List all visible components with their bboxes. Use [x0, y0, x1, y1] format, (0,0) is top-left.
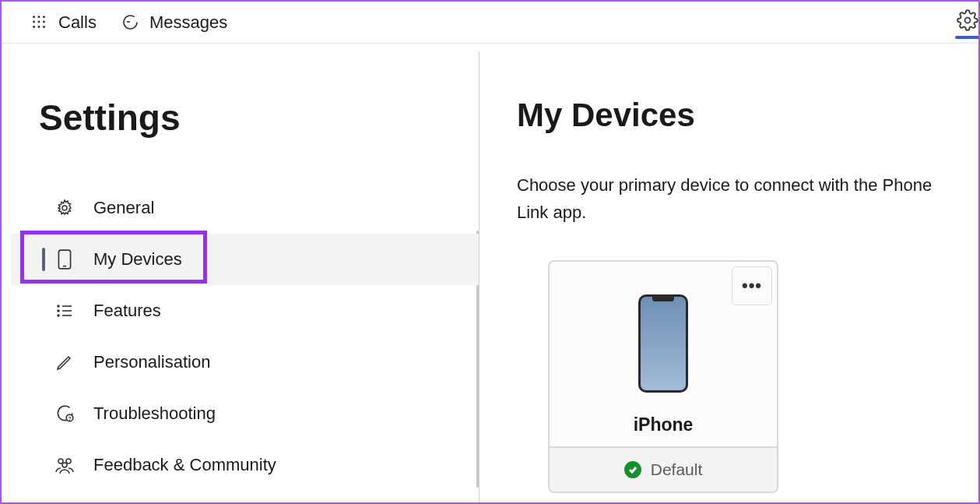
help-icon: ?	[54, 404, 75, 424]
settings-nav-list: General My Devices Features Personalisat…	[11, 182, 479, 491]
svg-text:?: ?	[68, 416, 72, 421]
device-phone-icon	[638, 294, 688, 393]
svg-point-22	[66, 459, 71, 463]
svg-point-23	[62, 463, 67, 467]
svg-point-0	[33, 16, 35, 18]
svg-point-8	[43, 26, 45, 28]
chat-icon	[120, 12, 140, 33]
list-icon	[54, 301, 75, 321]
main-panel: My Devices Choose your primary device to…	[479, 51, 978, 502]
sidebar-item-troubleshooting[interactable]: ? Troubleshooting	[11, 388, 479, 439]
sidebar-item-feedback[interactable]: Feedback & Community	[11, 439, 479, 491]
settings-title: Settings	[39, 97, 479, 139]
device-status-label: Default	[651, 460, 703, 479]
sidebar-item-features[interactable]: Features	[11, 285, 479, 337]
nav-messages-label: Messages	[149, 12, 227, 33]
top-nav: Calls Messages	[2, 2, 978, 44]
svg-point-3	[33, 20, 35, 23]
device-card-body: ••• iPhone	[550, 262, 777, 446]
pen-icon	[54, 352, 75, 372]
sidebar-item-personalisation[interactable]: Personalisation	[11, 337, 479, 388]
dialpad-icon	[29, 12, 49, 33]
svg-point-9	[965, 18, 971, 23]
gear-icon	[54, 198, 75, 218]
svg-point-4	[38, 20, 40, 23]
content-area: Settings General My Devices Features	[2, 44, 978, 502]
sidebar-label: Personalisation	[93, 352, 210, 372]
device-more-button[interactable]: •••	[732, 266, 772, 305]
settings-gear-icon[interactable]	[957, 9, 978, 31]
sidebar-label: Features	[93, 301, 161, 321]
sidebar-item-my-devices[interactable]: My Devices	[11, 234, 479, 285]
settings-sidebar: Settings General My Devices Features	[11, 51, 479, 502]
sidebar-label: Feedback & Community	[93, 455, 276, 475]
svg-point-6	[33, 26, 35, 28]
device-status-row: Default	[550, 446, 777, 492]
svg-point-15	[58, 315, 59, 316]
svg-point-2	[43, 16, 45, 18]
svg-point-1	[38, 16, 40, 18]
nav-calls-label: Calls	[58, 12, 97, 33]
nav-messages[interactable]: Messages	[120, 12, 227, 33]
sidebar-item-general[interactable]: General	[11, 182, 479, 234]
sidebar-label: Troubleshooting	[93, 404, 216, 424]
panel-description: Choose your primary device to connect wi…	[517, 171, 953, 226]
phone-icon	[54, 249, 75, 270]
more-icon: •••	[742, 276, 762, 296]
panel-title: My Devices	[517, 97, 955, 134]
check-icon	[624, 461, 641, 478]
svg-point-14	[58, 310, 59, 312]
device-name: iPhone	[634, 414, 694, 435]
settings-active-indicator	[955, 36, 978, 39]
nav-calls[interactable]: Calls	[29, 12, 97, 33]
svg-point-21	[58, 459, 63, 463]
svg-point-10	[62, 206, 67, 210]
svg-point-7	[38, 26, 40, 28]
device-card[interactable]: ••• iPhone Default	[548, 260, 778, 493]
svg-point-5	[43, 20, 45, 23]
people-icon	[54, 455, 75, 475]
sidebar-label: My Devices	[93, 249, 182, 270]
svg-point-13	[58, 305, 59, 307]
sidebar-label: General	[93, 198, 154, 218]
